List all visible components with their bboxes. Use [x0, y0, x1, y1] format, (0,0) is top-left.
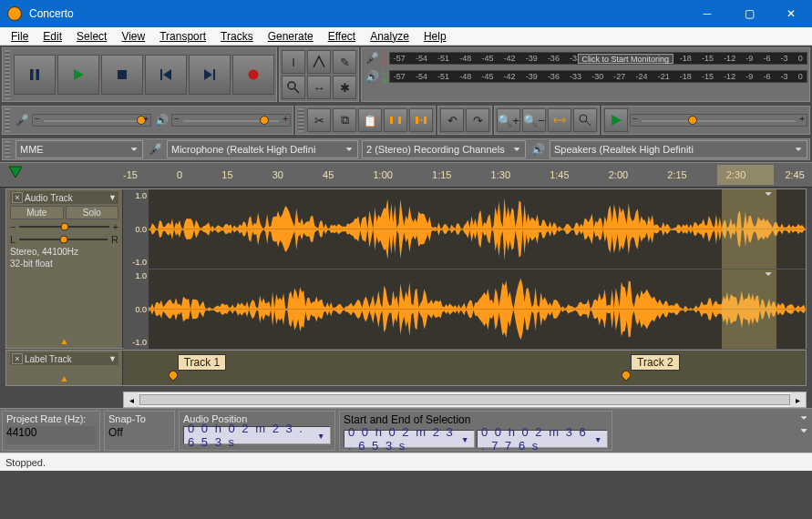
playback-speed-slider[interactable]: −+: [630, 114, 807, 127]
fit-selection-icon[interactable]: [548, 108, 571, 132]
draw-tool-icon[interactable]: ✎: [333, 50, 356, 74]
menu-help[interactable]: Help: [424, 30, 447, 43]
svg-marker-18: [612, 115, 622, 126]
selection-start-readout[interactable]: 0 0 h 0 2 m 2 3 . 6 5 3 s▾: [344, 430, 475, 448]
play-at-speed-button[interactable]: [604, 108, 628, 132]
horizontal-scrollbar[interactable]: ◂ ▸: [123, 392, 807, 408]
cut-icon[interactable]: ✂: [307, 108, 331, 132]
svg-marker-7: [204, 69, 212, 80]
track-label[interactable]: Track 1: [178, 354, 227, 371]
track-name[interactable]: Label Track: [25, 354, 72, 364]
paste-icon[interactable]: 📋: [358, 108, 382, 132]
toolbar-grip[interactable]: [5, 50, 10, 99]
toolbar-grip[interactable]: [298, 108, 303, 132]
gain-slider[interactable]: −+: [10, 221, 118, 232]
stop-button[interactable]: [101, 55, 143, 95]
pan-slider[interactable]: LR: [10, 234, 118, 245]
track-format-label: Stereo, 44100Hz: [10, 247, 118, 257]
recording-channels-select[interactable]: 2 (Stereo) Recording Channels: [362, 140, 526, 158]
scrollbar-thumb[interactable]: [139, 394, 790, 405]
close-button[interactable]: ✕: [770, 0, 812, 27]
timeline-ruler[interactable]: -1501530451:001:151:301:452:002:152:302:…: [0, 162, 812, 188]
selection-tool-icon[interactable]: I: [282, 50, 305, 74]
zoom-in-icon[interactable]: 🔍+: [497, 108, 520, 132]
zoom-out-icon[interactable]: 🔍−: [522, 108, 546, 132]
solo-button[interactable]: Solo: [66, 206, 119, 219]
redo-icon[interactable]: ↷: [466, 108, 489, 132]
track-depth-label: 32-bit float: [10, 259, 118, 269]
track-close-button[interactable]: ×: [12, 353, 23, 364]
svg-rect-11: [390, 117, 393, 124]
menu-bar: File Edit Select View Transport Tracks G…: [0, 27, 812, 46]
multi-tool-icon[interactable]: ✱: [333, 76, 356, 99]
svg-rect-1: [36, 69, 40, 80]
pause-button[interactable]: [14, 55, 56, 95]
menu-tracks[interactable]: Tracks: [221, 30, 253, 43]
waveform-channel-right[interactable]: 1.00.0-1.0: [123, 270, 806, 350]
mic-icon: 🎤: [14, 112, 30, 128]
menu-edit[interactable]: Edit: [43, 30, 62, 43]
mic-meter-icon[interactable]: 🎤: [364, 50, 380, 66]
device-toolbar: MME 🎤 Microphone (Realtek High Defini 2 …: [2, 138, 810, 160]
play-button[interactable]: [57, 55, 99, 95]
playback-meter[interactable]: -57-54-51-48-45-42-39-36-33-30-27-24-21-…: [389, 70, 807, 83]
svg-marker-2: [74, 69, 84, 80]
menu-file[interactable]: File: [11, 30, 28, 43]
audio-track: × Audio Track ▼ Mute Solo −+ LR Stereo, …: [5, 188, 807, 349]
maximize-button[interactable]: ▢: [728, 0, 770, 27]
menu-generate[interactable]: Generate: [268, 30, 313, 43]
playhead-icon[interactable]: [7, 165, 24, 181]
scroll-left-button[interactable]: ◂: [124, 392, 139, 407]
track-label[interactable]: Track 2: [631, 354, 680, 371]
track-collapse-button[interactable]: ▲: [10, 336, 118, 346]
svg-marker-5: [163, 69, 171, 80]
minimize-button[interactable]: ─: [686, 0, 728, 27]
envelope-tool-icon[interactable]: [307, 50, 331, 74]
track-menu-dropdown[interactable]: ▼: [108, 354, 117, 363]
selection-end-readout[interactable]: 0 0 h 0 2 m 3 6 . 7 7 6 s▾: [477, 430, 608, 448]
recording-meter[interactable]: -57-54-51-48-45-42-39-36-33-30-27-24-21-…: [389, 52, 807, 65]
menu-analyze[interactable]: Analyze: [370, 30, 409, 43]
trim-icon[interactable]: [384, 108, 407, 132]
audio-host-select[interactable]: MME: [15, 140, 143, 158]
undo-icon[interactable]: ↶: [440, 108, 464, 132]
menu-effect[interactable]: Effect: [328, 30, 355, 43]
window-titlebar: Concerto ─ ▢ ✕: [0, 0, 812, 27]
timeshift-tool-icon[interactable]: ↔: [307, 76, 331, 99]
timeline-selection[interactable]: [717, 165, 774, 185]
snap-to-select[interactable]: Off: [108, 426, 170, 444]
playback-device-select[interactable]: Speakers (Realtek High Definiti: [550, 140, 807, 158]
project-rate-select[interactable]: 44100: [6, 426, 96, 444]
track-waveform-area[interactable]: 1.00.0-1.0 1.00.0-1.0: [123, 189, 806, 348]
menu-view[interactable]: View: [121, 30, 145, 43]
silence-icon[interactable]: [409, 108, 433, 132]
track-menu-dropdown[interactable]: ▼: [108, 193, 117, 202]
toolbar-grip[interactable]: [5, 108, 10, 132]
track-name[interactable]: Audio Track: [25, 193, 73, 203]
audio-position-readout[interactable]: 0 0 h 0 2 m 2 3 . 6 5 3 s▾: [183, 426, 331, 444]
skip-start-button[interactable]: [145, 55, 187, 95]
label-track-body[interactable]: Track 1Track 2: [123, 351, 806, 385]
vertical-scale: 1.00.0-1.0: [123, 270, 149, 349]
copy-icon[interactable]: ⧉: [333, 108, 356, 132]
fit-project-icon[interactable]: [573, 108, 597, 132]
track-close-button[interactable]: ×: [12, 192, 23, 203]
mute-button[interactable]: Mute: [10, 206, 64, 219]
toolbar-grip[interactable]: [5, 141, 10, 158]
record-button[interactable]: [232, 55, 274, 95]
track-collapse-button[interactable]: ▲: [10, 373, 118, 383]
recording-device-select[interactable]: Microphone (Realtek High Defini: [167, 140, 358, 158]
menu-transport[interactable]: Transport: [159, 30, 206, 43]
svg-rect-4: [160, 69, 162, 80]
click-to-monitor-prompt[interactable]: Click to Start Monitoring: [578, 54, 674, 64]
menu-select[interactable]: Select: [77, 30, 107, 43]
scroll-right-button[interactable]: ▸: [790, 392, 806, 407]
speaker-meter-icon[interactable]: 🔊: [364, 68, 380, 85]
playback-volume-slider[interactable]: −+: [171, 114, 291, 127]
skip-end-button[interactable]: [189, 55, 231, 95]
snap-to-label: Snap-To: [108, 413, 170, 424]
speaker-icon: 🔊: [153, 112, 170, 128]
recording-volume-slider[interactable]: −+: [32, 114, 151, 127]
zoom-tool-icon[interactable]: [282, 76, 305, 99]
waveform-channel-left[interactable]: 1.00.0-1.0: [123, 189, 806, 270]
